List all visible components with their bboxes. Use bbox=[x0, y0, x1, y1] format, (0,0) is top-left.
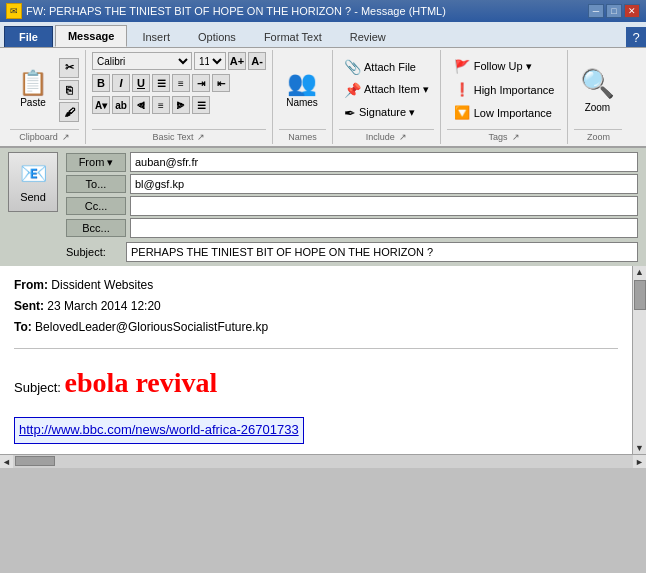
include-label: Include bbox=[366, 132, 395, 142]
tags-expand[interactable]: ↗ bbox=[512, 132, 520, 142]
copy-button[interactable]: ⎘ bbox=[59, 80, 79, 100]
basic-text-label: Basic Text bbox=[153, 132, 194, 142]
include-expand[interactable]: ↗ bbox=[399, 132, 407, 142]
indent-button[interactable]: ⇥ bbox=[192, 74, 210, 92]
basic-text-group: Calibri 11 A+ A- B I U ☰ ≡ ⇥ ⇤ A▾ ab ⫷ bbox=[86, 50, 273, 144]
names-button[interactable]: 👥 Names bbox=[279, 56, 325, 124]
zoom-label: Zoom bbox=[587, 132, 610, 142]
underline-button[interactable]: U bbox=[132, 74, 150, 92]
clipboard-label: Clipboard bbox=[19, 132, 58, 142]
include-group: 📎 Attach File 📌 Attach Item ▾ ✒ Signatur… bbox=[333, 50, 441, 144]
zoom-icon: 🔍 bbox=[580, 67, 615, 100]
attach-item-button[interactable]: 📌 Attach Item ▾ bbox=[339, 79, 434, 101]
scroll-down-arrow[interactable]: ▼ bbox=[634, 442, 645, 454]
email-body-wrapper: From: Dissident Websites Sent: 23 March … bbox=[0, 266, 646, 454]
clipboard-expand[interactable]: ↗ bbox=[62, 132, 70, 142]
h-scroll-track[interactable] bbox=[13, 455, 633, 468]
to-button[interactable]: To... bbox=[66, 175, 126, 193]
to-input[interactable] bbox=[130, 174, 638, 194]
attach-file-button[interactable]: 📎 Attach File bbox=[339, 56, 434, 78]
sent-line: Sent: 23 March 2014 12:20 bbox=[14, 297, 618, 316]
tab-options[interactable]: Options bbox=[185, 26, 249, 47]
names-icon: 👥 bbox=[287, 71, 317, 95]
basic-text-expand[interactable]: ↗ bbox=[197, 132, 205, 142]
from-input[interactable] bbox=[130, 152, 638, 172]
zoom-button[interactable]: 🔍 Zoom bbox=[574, 56, 620, 124]
justify-button[interactable]: ☰ bbox=[192, 96, 210, 114]
scroll-up-arrow[interactable]: ▲ bbox=[634, 266, 645, 278]
minimize-button[interactable]: ─ bbox=[588, 4, 604, 18]
clipboard-group: 📋 Paste ✂ ⎘ 🖌 Clipboard ↗ bbox=[4, 50, 86, 144]
ribbon-tab-bar: File Message Insert Options Format Text … bbox=[0, 22, 646, 48]
close-button[interactable]: ✕ bbox=[624, 4, 640, 18]
ribbon: 📋 Paste ✂ ⎘ 🖌 Clipboard ↗ Calibri 11 bbox=[0, 48, 646, 148]
paste-icon: 📋 bbox=[18, 71, 48, 95]
subject-input[interactable] bbox=[126, 242, 638, 262]
scroll-left-arrow[interactable]: ◄ bbox=[0, 457, 13, 467]
horizontal-scrollbar[interactable]: ◄ ► bbox=[0, 454, 646, 468]
signature-button[interactable]: ✒ Signature ▾ bbox=[339, 102, 434, 124]
font-select[interactable]: Calibri bbox=[92, 52, 192, 70]
app-icon: ✉ bbox=[6, 3, 22, 19]
subject-label: Subject: bbox=[62, 244, 122, 260]
bcc-input[interactable] bbox=[130, 218, 638, 238]
bullet-list-button[interactable]: ☰ bbox=[152, 74, 170, 92]
vertical-scrollbar[interactable]: ▲ ▼ bbox=[632, 266, 646, 454]
tags-group: 🚩 Follow Up ▾ ❗ High Importance 🔽 Low Im… bbox=[441, 50, 569, 144]
help-button[interactable]: ? bbox=[626, 27, 646, 47]
tab-insert[interactable]: Insert bbox=[129, 26, 183, 47]
high-importance-icon: ❗ bbox=[454, 82, 470, 97]
align-right-button[interactable]: ⫸ bbox=[172, 96, 190, 114]
tags-label: Tags bbox=[489, 132, 508, 142]
title-bar: ✉ FW: PERHAPS THE TINIEST BIT OF HOPE ON… bbox=[0, 0, 646, 22]
highlight-button[interactable]: ab bbox=[112, 96, 130, 114]
tab-review[interactable]: Review bbox=[337, 26, 399, 47]
align-center-button[interactable]: ≡ bbox=[152, 96, 170, 114]
maximize-button[interactable]: □ bbox=[606, 4, 622, 18]
follow-up-button[interactable]: 🚩 Follow Up ▾ bbox=[447, 56, 562, 77]
names-group: 👥 Names Names bbox=[273, 50, 333, 144]
to-line: To: BelovedLeader@GloriousSocialistFutur… bbox=[14, 318, 618, 337]
attach-file-icon: 📎 bbox=[344, 59, 361, 75]
names-label: Names bbox=[288, 132, 317, 142]
flag-icon: 🚩 bbox=[454, 59, 470, 74]
bcc-button[interactable]: Bcc... bbox=[66, 219, 126, 237]
body-link[interactable]: http://www.bbc.com/news/world-africa-267… bbox=[14, 417, 304, 444]
from-dropdown[interactable]: From ▾ bbox=[66, 153, 126, 172]
low-importance-icon: 🔽 bbox=[454, 105, 470, 120]
email-form: 📧 Send From ▾ To... Cc... bbox=[0, 148, 646, 266]
shrink-font-button[interactable]: A- bbox=[248, 52, 266, 70]
align-left-button[interactable]: ⫷ bbox=[132, 96, 150, 114]
send-button[interactable]: 📧 Send bbox=[8, 152, 58, 212]
cc-button[interactable]: Cc... bbox=[66, 197, 126, 215]
attach-item-icon: 📌 bbox=[344, 82, 361, 98]
high-importance-button[interactable]: ❗ High Importance bbox=[447, 79, 562, 100]
format-painter-button[interactable]: 🖌 bbox=[59, 102, 79, 122]
font-size-select[interactable]: 11 bbox=[194, 52, 226, 70]
divider bbox=[14, 348, 618, 349]
grow-font-button[interactable]: A+ bbox=[228, 52, 246, 70]
italic-button[interactable]: I bbox=[112, 74, 130, 92]
paste-button[interactable]: 📋 Paste bbox=[10, 56, 56, 124]
tab-file[interactable]: File bbox=[4, 26, 53, 47]
bold-button[interactable]: B bbox=[92, 74, 110, 92]
zoom-group: 🔍 Zoom Zoom bbox=[568, 50, 628, 144]
send-icon: 📧 bbox=[20, 161, 47, 187]
window-controls[interactable]: ─ □ ✕ bbox=[588, 4, 640, 18]
scroll-thumb[interactable] bbox=[634, 280, 646, 310]
h-scroll-thumb[interactable] bbox=[15, 456, 55, 466]
outdent-button[interactable]: ⇤ bbox=[212, 74, 230, 92]
signature-icon: ✒ bbox=[344, 105, 356, 121]
low-importance-button[interactable]: 🔽 Low Importance bbox=[447, 102, 562, 123]
cut-button[interactable]: ✂ bbox=[59, 58, 79, 78]
cc-input[interactable] bbox=[130, 196, 638, 216]
number-list-button[interactable]: ≡ bbox=[172, 74, 190, 92]
font-color-button[interactable]: A▾ bbox=[92, 96, 110, 114]
window-title: FW: PERHAPS THE TINIEST BIT OF HOPE ON T… bbox=[26, 5, 446, 17]
email-body: From: Dissident Websites Sent: 23 March … bbox=[0, 266, 632, 454]
from-line: From: Dissident Websites bbox=[14, 276, 618, 295]
subject-line: Subject: ebola revival bbox=[14, 361, 618, 406]
tab-message[interactable]: Message bbox=[55, 25, 127, 47]
scroll-right-arrow[interactable]: ► bbox=[633, 457, 646, 467]
tab-format-text[interactable]: Format Text bbox=[251, 26, 335, 47]
